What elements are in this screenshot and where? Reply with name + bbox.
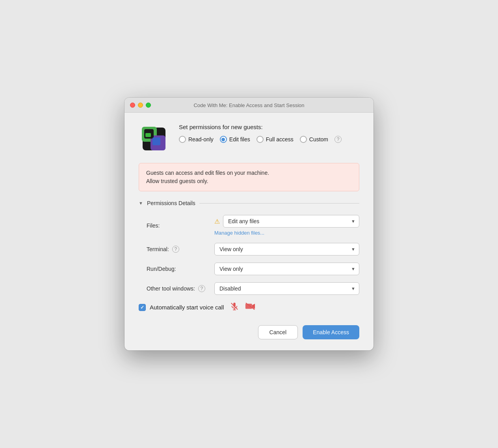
- top-row: Set permissions for new guests: Read-onl…: [139, 124, 359, 155]
- dialog-content: Set permissions for new guests: Read-onl…: [124, 113, 374, 350]
- files-dropdown[interactable]: Edit any files View only Disabled: [223, 215, 359, 228]
- auto-voice-call-row: Automatically start voice call: [139, 302, 359, 313]
- other-tools-dropdown-wrapper: Edit any files View only Disabled ▼: [214, 282, 359, 295]
- radio-custom[interactable]: Custom: [300, 136, 328, 143]
- run-debug-dropdown-wrapper: Edit any files View only Disabled ▼: [214, 263, 359, 275]
- perm-label-terminal: Terminal: ?: [147, 246, 210, 253]
- buttons-row: Cancel Enable Access: [139, 324, 359, 339]
- perm-controls-other-tools: Edit any files View only Disabled ▼: [214, 282, 359, 295]
- perm-label-other-tools: Other tool windows: ?: [147, 285, 210, 292]
- maximize-button[interactable]: [146, 102, 151, 107]
- svg-rect-5: [152, 137, 160, 145]
- terminal-dropdown[interactable]: Edit any files View only Disabled: [214, 243, 359, 255]
- perm-controls-files: ⚠ Edit any files View only Disabled ▼ Ma…: [214, 215, 359, 236]
- run-debug-dropdown[interactable]: Edit any files View only Disabled: [214, 263, 359, 275]
- cancel-button[interactable]: Cancel: [258, 325, 298, 339]
- traffic-lights: [130, 102, 151, 107]
- radio-label-full-access: Full access: [266, 136, 294, 143]
- permissions-label: Set permissions for new guests:: [179, 124, 359, 130]
- permissions-details-title: Permissions Details: [147, 200, 195, 206]
- radio-group: Read-only Edit files Full access: [179, 136, 359, 143]
- perm-row-terminal: Terminal: ? Edit any files View only Dis…: [147, 243, 359, 255]
- auto-voice-call-checkbox[interactable]: [139, 304, 146, 311]
- radio-edit-files[interactable]: Edit files: [220, 136, 250, 143]
- perm-label-run-debug: Run/Debug:: [147, 266, 210, 272]
- radio-read-only[interactable]: Read-only: [179, 136, 214, 143]
- radio-label-edit-files: Edit files: [229, 136, 250, 143]
- perm-row-files: Files: ⚠ Edit any files View only Disabl…: [147, 215, 359, 236]
- terminal-dropdown-wrapper: Edit any files View only Disabled ▼: [214, 243, 359, 255]
- terminal-label-text: Terminal:: [147, 246, 169, 252]
- minimize-button[interactable]: [138, 102, 143, 107]
- permissions-details-header: ▼ Permissions Details: [139, 200, 359, 206]
- camera-disabled-icon[interactable]: [245, 302, 255, 313]
- terminal-help-icon[interactable]: ?: [172, 246, 179, 253]
- files-warning-icon: ⚠: [214, 218, 220, 225]
- divider-line: [199, 203, 359, 204]
- dialog-window: Code With Me: Enable Access and Start Se…: [124, 98, 374, 350]
- radio-circle-full-access: [256, 136, 264, 143]
- permissions-details-body: Files: ⚠ Edit any files View only Disabl…: [147, 215, 359, 295]
- perm-controls-terminal: Edit any files View only Disabled ▼: [214, 243, 359, 255]
- svg-rect-9: [245, 304, 252, 309]
- perm-label-files: Files:: [147, 222, 210, 229]
- warning-line2: Allow trusted guests only.: [146, 178, 208, 184]
- radio-circle-custom: [300, 136, 307, 143]
- files-dropdown-wrapper: Edit any files View only Disabled ▼: [223, 215, 359, 228]
- files-label-text: Files:: [147, 222, 160, 229]
- other-tools-help-icon[interactable]: ?: [198, 285, 205, 292]
- window-title: Code With Me: Enable Access and Start Se…: [193, 102, 304, 108]
- radio-full-access[interactable]: Full access: [256, 136, 294, 143]
- radio-circle-edit-files: [220, 136, 227, 143]
- radio-circle-read-only: [179, 136, 186, 143]
- warning-line1: Guests can access and edit files on your…: [146, 170, 269, 176]
- manage-hidden-files-link[interactable]: Manage hidden files...: [214, 230, 359, 236]
- radio-label-read-only: Read-only: [188, 136, 214, 143]
- run-debug-label-text: Run/Debug:: [147, 266, 176, 272]
- perm-row-other-tools: Other tool windows: ? Edit any files Vie…: [147, 282, 359, 295]
- close-button[interactable]: [130, 102, 135, 107]
- permissions-section: Set permissions for new guests: Read-onl…: [179, 124, 359, 143]
- titlebar: Code With Me: Enable Access and Start Se…: [124, 98, 374, 113]
- mic-disabled-icon[interactable]: [230, 302, 239, 313]
- collapse-arrow-icon[interactable]: ▼: [139, 201, 143, 205]
- warning-banner: Guests can access and edit files on your…: [139, 163, 359, 191]
- auto-voice-call-label: Automatically start voice call: [150, 304, 224, 311]
- svg-rect-4: [145, 133, 151, 137]
- app-icon: [139, 124, 170, 155]
- other-tools-label-text: Other tool windows:: [147, 285, 195, 292]
- radio-label-custom: Custom: [309, 136, 328, 143]
- perm-row-run-debug: Run/Debug: Edit any files View only Disa…: [147, 263, 359, 275]
- permissions-help-icon[interactable]: ?: [334, 136, 342, 143]
- perm-controls-run-debug: Edit any files View only Disabled ▼: [214, 263, 359, 275]
- enable-access-button[interactable]: Enable Access: [303, 325, 359, 339]
- other-tools-dropdown[interactable]: Edit any files View only Disabled: [214, 282, 359, 295]
